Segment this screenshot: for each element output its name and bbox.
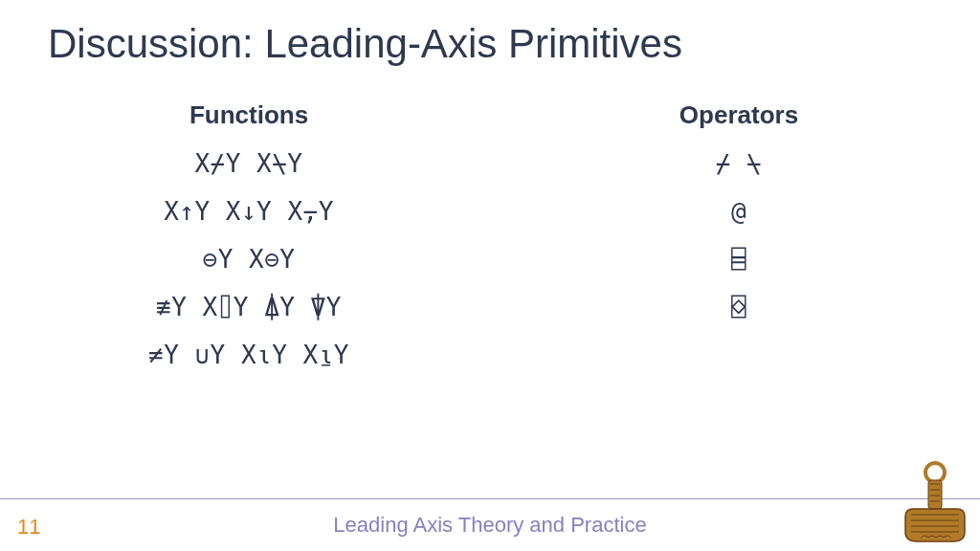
functions-row: ≠Y ∪Y X⍳Y X⍸Y xyxy=(148,342,349,367)
hammer-icon xyxy=(902,461,969,545)
functions-column: Functions X⌿Y X⍀Y X↑Y X↓Y X⍪Y ⊖Y X⊖Y ≢Y … xyxy=(0,100,498,379)
functions-row: ≢Y X⌷Y ⍋Y ⍒Y xyxy=(156,295,342,320)
operators-row: ⌺ xyxy=(731,295,746,320)
operators-row: ⌸ xyxy=(731,247,746,272)
functions-heading: Functions xyxy=(189,100,308,130)
footer-bar: Leading Axis Theory and Practice xyxy=(0,498,980,551)
functions-row: X↑Y X↓Y X⍪Y xyxy=(164,199,334,224)
operators-row: ⌿ ⍀ xyxy=(716,151,762,176)
functions-row: X⌿Y X⍀Y xyxy=(194,151,302,176)
functions-row: ⊖Y X⊖Y xyxy=(203,247,296,272)
slide: Discussion: Leading-Axis Primitives Func… xyxy=(0,0,980,551)
operators-column: Operators ⌿ ⍀ @ ⌸ ⌺ xyxy=(498,100,980,379)
slide-title: Discussion: Leading-Axis Primitives xyxy=(48,21,682,67)
operators-heading: Operators xyxy=(679,100,798,130)
svg-point-0 xyxy=(925,463,945,482)
page-number: 11 xyxy=(17,515,40,540)
content-area: Functions X⌿Y X⍀Y X↑Y X↓Y X⍪Y ⊖Y X⊖Y ≢Y … xyxy=(0,100,980,379)
operators-row: @ xyxy=(731,199,746,224)
footer-title: Leading Axis Theory and Practice xyxy=(333,513,646,538)
